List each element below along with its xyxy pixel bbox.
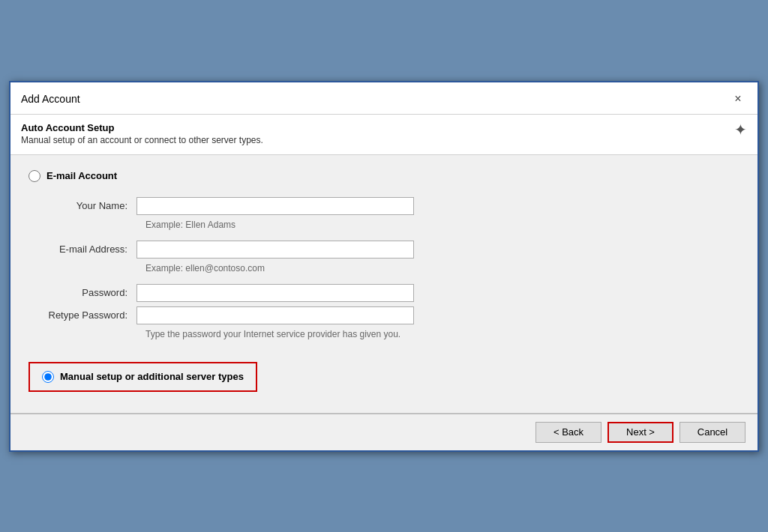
- back-button[interactable]: < Back: [536, 422, 602, 443]
- email-address-label: E-mail Address:: [46, 244, 136, 255]
- add-account-dialog: Add Account × Auto Account Setup Manual …: [9, 81, 759, 452]
- your-name-hint: Example: Ellen Adams: [146, 220, 740, 230]
- header-subtext: Manual setup of an account or connect to…: [21, 135, 263, 145]
- retype-password-row: Retype Password:: [46, 306, 740, 324]
- header-section: Auto Account Setup Manual setup of an ac…: [10, 115, 758, 155]
- manual-setup-section: Manual setup or additional server types: [28, 362, 740, 392]
- header-text: Auto Account Setup Manual setup of an ac…: [21, 122, 263, 145]
- password-section: Password: Retype Password: Type the pass…: [46, 284, 740, 339]
- email-form-section: Your Name: Example: Ellen Adams E-mail A…: [46, 197, 740, 339]
- dialog-title: Add Account: [21, 93, 80, 105]
- manual-setup-radio[interactable]: [42, 371, 54, 383]
- setup-icon: ✦: [734, 121, 747, 139]
- email-address-row: E-mail Address:: [46, 241, 740, 259]
- close-button[interactable]: ×: [729, 90, 747, 108]
- your-name-input[interactable]: [136, 197, 414, 215]
- content-area: E-mail Account Your Name: Example: Ellen…: [10, 155, 758, 413]
- manual-setup-wrapper[interactable]: Manual setup or additional server types: [28, 362, 257, 392]
- your-name-label: Your Name:: [46, 200, 136, 211]
- email-address-input[interactable]: [136, 241, 414, 259]
- password-hint: Type the password your Internet service …: [146, 329, 740, 339]
- next-button[interactable]: Next >: [608, 422, 674, 443]
- email-address-hint: Example: ellen@contoso.com: [146, 263, 740, 273]
- manual-setup-label[interactable]: Manual setup or additional server types: [60, 371, 244, 382]
- your-name-row: Your Name:: [46, 197, 740, 215]
- password-input[interactable]: [136, 284, 414, 302]
- email-account-option[interactable]: E-mail Account: [28, 170, 740, 182]
- password-label: Password:: [46, 287, 136, 298]
- password-row: Password:: [46, 284, 740, 302]
- footer: < Back Next > Cancel: [10, 414, 758, 450]
- email-account-radio[interactable]: [28, 170, 40, 182]
- cancel-button[interactable]: Cancel: [680, 422, 746, 443]
- retype-password-input[interactable]: [136, 306, 414, 324]
- header-heading: Auto Account Setup: [21, 122, 263, 133]
- title-bar: Add Account ×: [10, 82, 758, 115]
- retype-password-label: Retype Password:: [46, 309, 136, 321]
- email-account-label[interactable]: E-mail Account: [46, 170, 117, 181]
